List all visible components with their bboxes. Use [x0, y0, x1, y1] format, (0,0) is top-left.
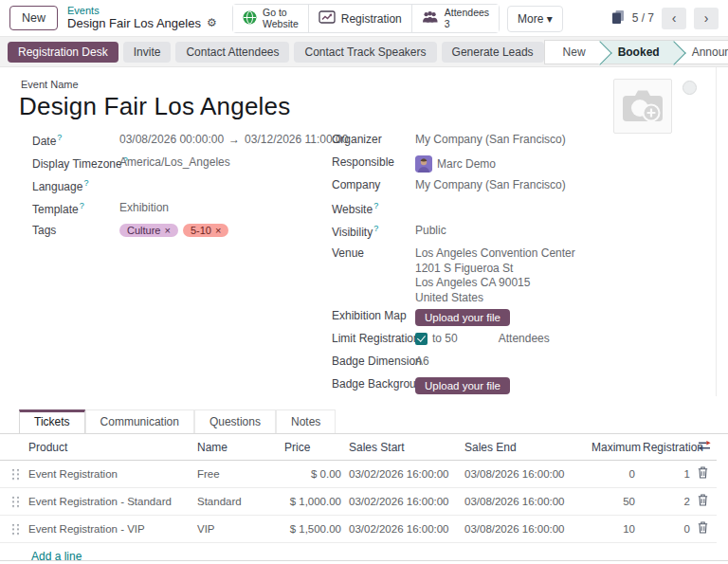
- field-visibility: Visibility? Public: [332, 220, 602, 243]
- col-header-name[interactable]: Name: [193, 434, 281, 461]
- delete-row-icon[interactable]: [698, 466, 708, 482]
- cell-name[interactable]: VIP: [193, 516, 281, 543]
- pager-previous-button[interactable]: ‹: [662, 8, 686, 29]
- field-date: Date? 03/08/2026 00:00:00 → 03/12/2026 1…: [32, 129, 332, 152]
- cell-sales-end[interactable]: 03/08/2026 16:00:00: [461, 461, 588, 488]
- form-view-stack-icon[interactable]: [611, 9, 625, 27]
- limit-registrations-value[interactable]: to 50: [432, 332, 458, 345]
- tab-tickets[interactable]: Tickets: [19, 409, 85, 433]
- breadcrumb-events-link[interactable]: Events: [67, 5, 217, 17]
- invite-button[interactable]: Invite: [123, 42, 172, 63]
- more-dropdown-button[interactable]: More ▾: [507, 6, 563, 32]
- field-organizer: Organizer My Company (San Francisco): [332, 129, 602, 152]
- company-label: Company: [332, 178, 415, 191]
- drag-handle[interactable]: [11, 468, 19, 481]
- cell-sales-start[interactable]: 03/02/2026 16:00:00: [345, 461, 461, 488]
- help-icon: ?: [373, 224, 378, 233]
- activity-state-button[interactable]: [682, 81, 697, 95]
- drag-handle[interactable]: [11, 523, 19, 536]
- attendees-stat-button[interactable]: Attendees 3: [412, 5, 499, 32]
- cell-maximum[interactable]: 50: [588, 488, 639, 516]
- breadcrumb: Events Design Fair Los Angeles ⚙: [67, 5, 217, 31]
- cell-price[interactable]: $ 0.00: [281, 461, 345, 488]
- organizer-select[interactable]: My Company (San Francisco): [415, 133, 566, 146]
- caret-down-icon: ▾: [547, 12, 553, 26]
- tags-label: Tags: [32, 224, 119, 237]
- cell-registration: 2: [639, 488, 694, 516]
- limit-registrations-label: Limit Registrations: [332, 332, 415, 345]
- cell-maximum[interactable]: 10: [588, 516, 639, 543]
- contact-attendees-button[interactable]: Contact Attendees: [175, 42, 289, 63]
- exhibition-map-upload-button[interactable]: Upload your file: [415, 309, 510, 326]
- stat-button-group: Go to Website Registration Attendees: [232, 4, 500, 33]
- field-website: Website?: [332, 197, 602, 220]
- tag-remove-icon[interactable]: ×: [215, 225, 221, 236]
- field-display-timezone: Display Timezone? America/Los_Angeles: [32, 152, 332, 174]
- tab-notes[interactable]: Notes: [276, 409, 336, 433]
- event-name-label: Event Name: [19, 79, 716, 90]
- field-exhibition-map: Exhibition Map Upload your file: [332, 305, 602, 328]
- col-header-product[interactable]: Product: [25, 434, 193, 461]
- cell-sales-start[interactable]: 03/02/2026 16:00:00: [345, 516, 461, 543]
- drag-handle[interactable]: [11, 496, 19, 508]
- status-step-new[interactable]: New: [545, 41, 600, 64]
- registration-stat-label: Registration: [341, 12, 402, 26]
- cell-product[interactable]: Event Registration - VIP: [25, 516, 193, 543]
- col-header-price[interactable]: Price: [281, 434, 345, 461]
- timezone-select[interactable]: America/Los_Angeles: [119, 155, 230, 169]
- cell-price[interactable]: $ 1,000.00: [281, 488, 345, 516]
- tab-communication[interactable]: Communication: [85, 409, 194, 433]
- optional-columns-icon[interactable]: [698, 441, 711, 454]
- cell-price[interactable]: $ 1,500.00: [281, 516, 345, 543]
- venue-line: United States: [415, 291, 575, 306]
- contact-track-speakers-button[interactable]: Contact Track Speakers: [294, 42, 436, 63]
- ticket-row[interactable]: Event Registration - VIP VIP $ 1,500.00 …: [0, 516, 717, 543]
- col-header-sales-end[interactable]: Sales End: [461, 434, 588, 461]
- cell-name[interactable]: Free: [193, 461, 281, 488]
- new-button[interactable]: New: [9, 6, 58, 30]
- cell-sales-end[interactable]: 03/08/2026 16:00:00: [461, 516, 588, 543]
- event-image-upload[interactable]: [613, 79, 672, 134]
- generate-leads-button[interactable]: Generate Leads: [442, 42, 544, 63]
- ticket-row[interactable]: Event Registration - Standard Standard $…: [0, 488, 717, 516]
- tab-questions[interactable]: Questions: [194, 409, 276, 433]
- col-header-maximum[interactable]: Maximum: [588, 434, 639, 461]
- col-header-sales-start[interactable]: Sales Start: [345, 434, 461, 461]
- ticket-row[interactable]: Event Registration Free $ 0.00 03/02/202…: [0, 461, 717, 488]
- tag-culture[interactable]: Culture×: [119, 224, 178, 237]
- go-to-website-button[interactable]: Go to Website: [233, 5, 309, 32]
- delete-row-icon[interactable]: [698, 494, 708, 509]
- badge-background-upload-button[interactable]: Upload your file: [415, 377, 510, 394]
- organizer-label: Organizer: [332, 133, 415, 146]
- go-to-website-label-1: Go to: [263, 8, 299, 19]
- registration-desk-button[interactable]: Registration Desk: [8, 42, 118, 63]
- responsible-select[interactable]: Marc Demo: [437, 157, 496, 171]
- cell-product[interactable]: Event Registration: [25, 461, 193, 488]
- table-header-row: Product Name Price Sales Start Sales End…: [0, 434, 717, 461]
- col-header-registration[interactable]: Registration: [639, 434, 694, 461]
- delete-row-icon[interactable]: [698, 521, 708, 537]
- company-select[interactable]: My Company (San Francisco): [415, 178, 566, 191]
- cell-sales-start[interactable]: 03/02/2026 16:00:00: [345, 488, 461, 516]
- cell-sales-end[interactable]: 03/08/2026 16:00:00: [461, 488, 588, 516]
- cell-maximum[interactable]: 0: [588, 461, 639, 488]
- cell-name[interactable]: Standard: [193, 488, 281, 516]
- help-icon: ?: [57, 133, 62, 142]
- template-select[interactable]: Exhibition: [119, 201, 169, 214]
- event-name-input[interactable]: Design Fair Los Angeles: [19, 92, 716, 121]
- venue-address[interactable]: Los Angeles Convention Center 1201 S Fig…: [415, 246, 575, 305]
- pager-next-button[interactable]: ›: [694, 8, 719, 29]
- date-start-input[interactable]: 03/08/2026 00:00:00: [119, 133, 224, 146]
- visibility-select[interactable]: Public: [415, 224, 446, 237]
- registration-stat-button[interactable]: Registration: [309, 5, 412, 32]
- venue-label: Venue: [332, 246, 415, 260]
- badge-dimension-select[interactable]: A6: [415, 355, 429, 368]
- action-bar: Registration Desk Invite Contact Attende…: [0, 36, 728, 67]
- limit-registrations-checkbox[interactable]: [415, 333, 428, 345]
- badge-background-label: Badge Background: [332, 377, 415, 391]
- pager-count: 5 / 7: [632, 11, 654, 25]
- settings-gear-icon[interactable]: ⚙: [207, 17, 217, 30]
- tag-remove-icon[interactable]: ×: [164, 225, 170, 236]
- cell-product[interactable]: Event Registration - Standard: [25, 488, 193, 516]
- tag-5-10[interactable]: 5-10×: [183, 224, 228, 237]
